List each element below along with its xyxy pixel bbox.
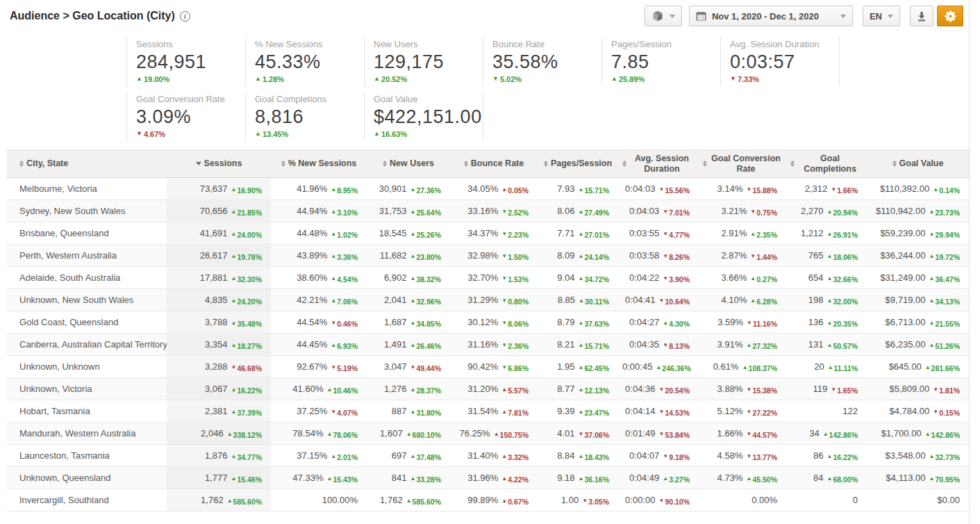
- down-arrow-icon: ▼: [663, 454, 668, 459]
- delta-value: 23.73%: [935, 208, 960, 217]
- calendar-icon: [696, 11, 706, 21]
- column-header-bounce-rate[interactable]: Bounce Rate: [450, 150, 538, 178]
- down-arrow-icon: ▼: [136, 131, 142, 137]
- info-icon[interactable]: i: [180, 11, 190, 22]
- language-selector[interactable]: EN: [863, 6, 900, 26]
- delta-value: 18.27%: [237, 342, 262, 350]
- metric-cell: $9,719.00▲34.13%: [867, 289, 969, 311]
- delta: ▲7.81%: [501, 409, 529, 417]
- sort-icon: [622, 161, 626, 167]
- metric-value: 2,046: [201, 428, 224, 439]
- metric-value: 3.66%: [721, 272, 747, 283]
- metric-cell: 0:03:58▼8.26%: [618, 245, 699, 267]
- app-selector-button[interactable]: [645, 6, 682, 26]
- metric-value: 32.70%: [467, 272, 498, 283]
- column-header-pages-session[interactable]: Pages/Session: [538, 150, 618, 178]
- date-range-picker[interactable]: Nov 1, 2020 - Dec 1, 2020: [689, 6, 853, 26]
- metric-cell: 4.10%▲6.28%: [699, 289, 786, 311]
- date-range-label: Nov 1, 2020 - Dec 1, 2020: [712, 11, 819, 22]
- delta: ▲29.94%: [929, 231, 960, 239]
- up-arrow-icon: ▲: [746, 343, 751, 348]
- delta: ▲10.46%: [326, 386, 358, 395]
- up-arrow-icon: ▲: [326, 476, 332, 482]
- down-arrow-icon: ▼: [831, 187, 836, 193]
- metric-value: 18,545: [379, 228, 407, 238]
- metric-value: 34.37%: [467, 228, 498, 238]
- delta-value: 16.22%: [833, 453, 858, 461]
- metric-value: 1.95: [557, 361, 574, 372]
- metric-value: 0:00:00: [625, 495, 655, 505]
- column-header-goal-conversion-rate[interactable]: Goal Conversion Rate: [699, 150, 786, 178]
- metric-cell: $36,244.00▲19.72%: [867, 245, 969, 267]
- city-cell: Adelaide, South Australia: [7, 267, 167, 289]
- export-button[interactable]: [910, 6, 933, 26]
- metric-cell: 3,067▲16.22%: [167, 378, 271, 400]
- delta: ▼15.38%: [746, 386, 777, 395]
- delta-value: 1.44%: [756, 253, 777, 261]
- down-arrow-icon: ▼: [658, 432, 664, 437]
- metric-value: 1,491: [384, 339, 407, 350]
- up-arrow-icon: ▲: [410, 387, 415, 393]
- up-arrow-icon: ▲: [578, 320, 583, 326]
- delta-value: 4.77%: [669, 231, 690, 239]
- city-cell: Unknown, Queensland: [7, 467, 167, 489]
- column-header-goal-completions[interactable]: Goal Completions: [786, 150, 867, 178]
- metric-cell: 8.84▲18.43%: [538, 445, 618, 467]
- up-arrow-icon: ▲: [578, 343, 583, 348]
- column-header-city-state[interactable]: City, State: [7, 150, 167, 178]
- up-arrow-icon: ▲: [255, 131, 261, 137]
- up-arrow-icon: ▲: [742, 365, 748, 370]
- delta: ▲32.73%: [929, 453, 960, 461]
- metric-value: $4,784.00: [889, 406, 929, 416]
- metric-cell: 37.15%▲2.01%: [271, 445, 367, 467]
- metric-cell: 887▲31.80%: [367, 400, 450, 423]
- metric-cell: 4.73%▲45.50%: [699, 467, 786, 489]
- kpi-label: % New Sessions: [255, 39, 358, 49]
- column-header-new-users[interactable]: New Users: [367, 150, 450, 178]
- delta: ▲78.06%: [326, 431, 358, 439]
- delta: ▼4.67%: [136, 130, 240, 138]
- delta-value: 15.71%: [584, 342, 609, 350]
- delta-value: 70.95%: [935, 475, 960, 484]
- delta-value: 11.16%: [753, 320, 777, 328]
- down-arrow-icon: ▼: [933, 387, 938, 393]
- down-arrow-icon: ▼: [331, 365, 336, 370]
- up-arrow-icon: ▲: [331, 343, 336, 348]
- metric-cell: 41.60%▲10.46%: [271, 378, 367, 400]
- metric-value: 1,762: [380, 495, 403, 505]
- delta-value: 6.86%: [508, 364, 529, 372]
- up-arrow-icon: ▲: [494, 432, 499, 437]
- table-row: Brisbane, Queensland41,691▲24.00%44.48%▲…: [7, 222, 969, 245]
- metric-cell: 1,777▲15.46%: [167, 467, 271, 489]
- delta-value: 7.01%: [669, 208, 690, 217]
- metric-cell: 1,276▲28.37%: [367, 378, 450, 400]
- kpi-row-1: Sessions284,951▲19.00%% New Sessions45.3…: [126, 38, 980, 86]
- metric-value: 122: [842, 406, 858, 416]
- up-arrow-icon: ▲: [410, 276, 415, 281]
- delta-value: 0.67%: [508, 498, 529, 506]
- settings-button[interactable]: [937, 6, 963, 26]
- up-arrow-icon: ▲: [663, 476, 668, 482]
- up-arrow-icon: ▲: [410, 254, 415, 259]
- metric-value: 0: [853, 495, 858, 505]
- metric-value: 8.77: [557, 384, 574, 394]
- sort-desc-icon: [196, 162, 201, 165]
- metric-cell: $6,235.00▲51.26%: [867, 334, 969, 356]
- delta: ▲18.06%: [827, 253, 858, 261]
- column-label: Goal Completions: [797, 154, 863, 174]
- delta-value: 8.26%: [669, 253, 690, 261]
- delta-value: 78.06%: [333, 431, 358, 439]
- column-header-new-sessions[interactable]: % New Sessions: [271, 150, 367, 178]
- column-header-avg-session-duration[interactable]: Avg. Session Duration: [618, 150, 699, 178]
- delta-value: 4.30%: [669, 320, 690, 328]
- column-header-goal-value[interactable]: Goal Value: [867, 150, 969, 178]
- column-header-sessions[interactable]: Sessions: [167, 150, 271, 178]
- delta: ▲45.50%: [746, 475, 777, 484]
- delta: ▲15.71%: [578, 186, 609, 195]
- down-arrow-icon: ▼: [658, 498, 664, 504]
- delta: ▲585.60%: [227, 498, 262, 506]
- delta-value: 8.13%: [669, 342, 690, 350]
- kpi-label: Goal Conversion Rate: [136, 94, 240, 104]
- delta: ▲150.75%: [494, 431, 529, 439]
- delta-value: 37.48%: [416, 453, 441, 461]
